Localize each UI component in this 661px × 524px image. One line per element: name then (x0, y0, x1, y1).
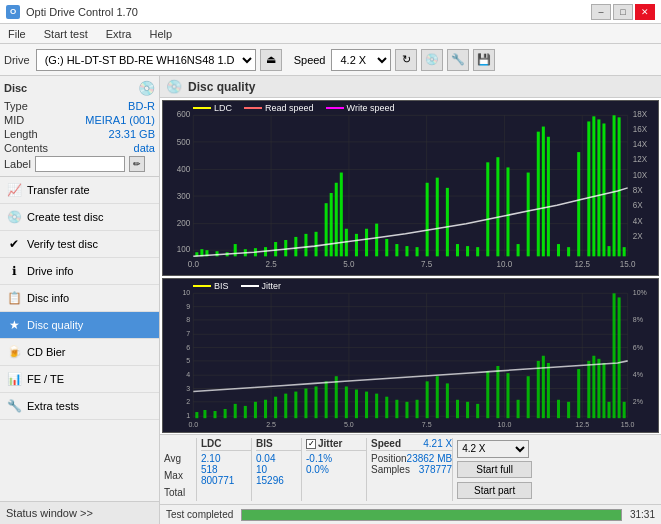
svg-rect-139 (315, 386, 318, 418)
svg-text:15.0: 15.0 (621, 421, 635, 429)
svg-rect-62 (426, 183, 429, 257)
length-label: Length (4, 128, 38, 140)
svg-text:10.0: 10.0 (498, 421, 512, 429)
svg-text:6X: 6X (633, 201, 643, 210)
svg-rect-61 (416, 247, 419, 256)
speed-select-stats[interactable]: 4.2 X (457, 440, 529, 458)
save-button[interactable]: 💾 (473, 49, 495, 71)
svg-text:7.5: 7.5 (422, 421, 432, 429)
status-window-button[interactable]: Status window >> (0, 501, 159, 524)
length-value: 23.31 GB (109, 128, 155, 140)
svg-text:10: 10 (182, 289, 190, 297)
svg-rect-52 (335, 183, 338, 257)
sidebar-item-fe-te[interactable]: 📊 FE / TE (0, 366, 159, 393)
label-field: Label (4, 158, 31, 170)
svg-rect-155 (476, 404, 479, 418)
speed-label: Speed (294, 54, 326, 66)
sidebar-item-drive-info[interactable]: ℹ Drive info (0, 258, 159, 285)
svg-rect-146 (385, 396, 388, 417)
svg-text:9: 9 (186, 302, 190, 310)
svg-rect-138 (304, 388, 307, 418)
svg-rect-80 (592, 116, 595, 256)
svg-rect-78 (577, 152, 580, 256)
label-edit-button[interactable]: ✏ (129, 156, 145, 172)
svg-rect-130 (224, 409, 227, 418)
svg-rect-156 (486, 371, 489, 418)
start-full-button[interactable]: Start full (457, 461, 532, 478)
sidebar-item-disc-quality[interactable]: ★ Disc quality (0, 312, 159, 339)
svg-rect-68 (486, 162, 489, 256)
sidebar-label-extra-tests: Extra tests (27, 400, 79, 412)
transfer-rate-icon: 📈 (6, 182, 22, 198)
svg-text:2: 2 (186, 398, 190, 406)
eject-button[interactable]: ⏏ (260, 49, 282, 71)
menu-help[interactable]: Help (145, 27, 176, 41)
disc-label-row: Label ✏ (4, 156, 155, 172)
svg-rect-162 (542, 355, 545, 417)
svg-text:10.0: 10.0 (497, 260, 513, 269)
sidebar-item-create-test-disc[interactable]: 💿 Create test disc (0, 204, 159, 231)
main-area: Disc 💿 Type BD-R MID MEIRA1 (001) Length… (0, 76, 661, 524)
jitter-checkbox[interactable]: ✓ (306, 439, 316, 449)
sidebar-item-transfer-rate[interactable]: 📈 Transfer rate (0, 177, 159, 204)
jitter-avg: -0.1% (306, 453, 366, 464)
svg-text:10%: 10% (633, 289, 648, 297)
bis-max: 10 (256, 464, 301, 475)
close-button[interactable]: ✕ (635, 4, 655, 20)
settings-button[interactable]: 🔧 (447, 49, 469, 71)
speed-stat-value: 4.21 X (423, 438, 452, 449)
speed-select[interactable]: 4.2 X (331, 49, 391, 71)
start-part-button[interactable]: Start part (457, 482, 532, 499)
svg-rect-129 (214, 411, 217, 418)
svg-rect-76 (557, 244, 560, 256)
svg-rect-136 (284, 393, 287, 418)
svg-text:2.5: 2.5 (266, 421, 276, 429)
charts-area: LDC Read speed Write speed (160, 98, 661, 434)
maximize-button[interactable]: □ (613, 4, 633, 20)
svg-rect-160 (527, 376, 530, 418)
menu-extra[interactable]: Extra (102, 27, 136, 41)
ldc-avg: 2.10 (201, 453, 251, 464)
app-icon: O (6, 5, 20, 19)
sidebar-label-create-test-disc: Create test disc (27, 211, 103, 223)
minimize-button[interactable]: – (591, 4, 611, 20)
bis-avg: 0.04 (256, 453, 301, 464)
sidebar-item-cd-bier[interactable]: 🍺 CD Bier (0, 339, 159, 366)
menu-start-test[interactable]: Start test (40, 27, 92, 41)
svg-text:2.5: 2.5 (265, 260, 277, 269)
disc-mid-row: MID MEIRA1 (001) (4, 114, 155, 126)
svg-rect-143 (355, 389, 358, 418)
svg-text:7: 7 (186, 330, 190, 338)
label-input[interactable] (35, 156, 125, 172)
svg-rect-159 (517, 400, 520, 418)
svg-rect-58 (385, 239, 388, 256)
media-button[interactable]: 💿 (421, 49, 443, 71)
chart2-svg: 10 9 8 7 6 5 4 3 2 1 0.0 2.5 5.0 7.5 10.… (163, 279, 658, 433)
disc-section: Disc 💿 Type BD-R MID MEIRA1 (001) Length… (0, 76, 159, 177)
disc-quality-header: 💿 Disc quality (160, 76, 661, 98)
refresh-button[interactable]: ↻ (395, 49, 417, 71)
svg-rect-73 (537, 132, 540, 257)
svg-rect-132 (244, 406, 247, 418)
legend-read-speed: Read speed (244, 103, 314, 113)
svg-rect-127 (195, 412, 198, 418)
sidebar-menu: 📈 Transfer rate 💿 Create test disc ✔ Ver… (0, 177, 159, 501)
disc-contents-row: Contents data (4, 142, 155, 154)
svg-text:8X: 8X (633, 186, 643, 195)
legend-bis: BIS (193, 281, 229, 291)
svg-rect-0 (163, 101, 658, 275)
menu-file[interactable]: File (4, 27, 30, 41)
sidebar-item-verify-test-disc[interactable]: ✔ Verify test disc (0, 231, 159, 258)
disc-type-row: Type BD-R (4, 100, 155, 112)
position-label: Position (371, 453, 407, 464)
svg-rect-75 (547, 137, 550, 257)
sidebar-item-disc-info[interactable]: 📋 Disc info (0, 285, 159, 312)
sidebar-item-extra-tests[interactable]: 🔧 Extra tests (0, 393, 159, 420)
app-title: Opti Drive Control 1.70 (26, 6, 138, 18)
speed-stat-header: Speed (371, 438, 401, 449)
toolbar: Drive (G:) HL-DT-ST BD-RE WH16NS48 1.D3 … (0, 44, 661, 76)
drive-select[interactable]: (G:) HL-DT-ST BD-RE WH16NS48 1.D3 (36, 49, 256, 71)
svg-rect-145 (375, 393, 378, 418)
svg-rect-56 (365, 229, 368, 257)
svg-rect-48 (304, 234, 307, 256)
